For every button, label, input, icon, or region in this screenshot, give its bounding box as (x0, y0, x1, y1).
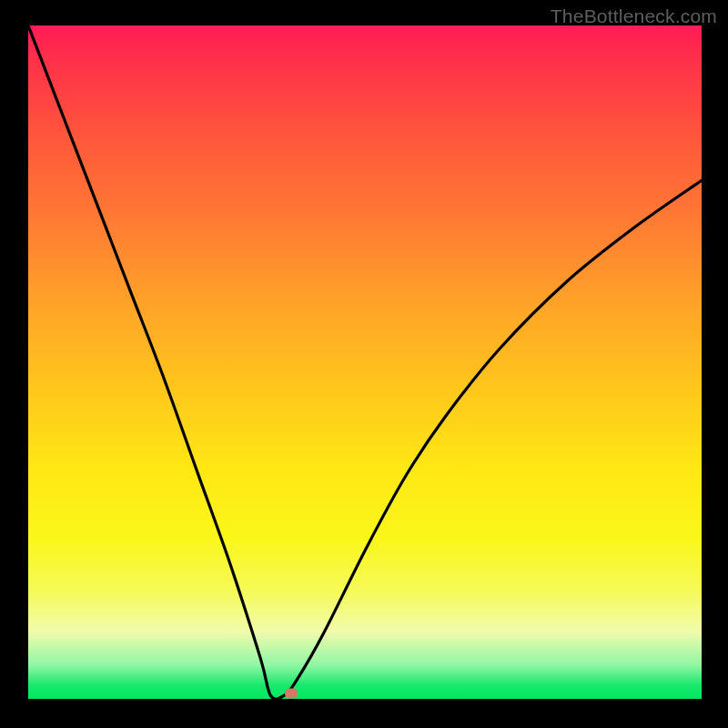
chart-frame: TheBottleneck.com (0, 0, 728, 728)
chart-plot-area (28, 25, 702, 699)
curve-path (28, 25, 702, 699)
optimum-marker (285, 689, 298, 699)
watermark-text: TheBottleneck.com (551, 5, 717, 27)
bottleneck-curve (28, 25, 702, 699)
